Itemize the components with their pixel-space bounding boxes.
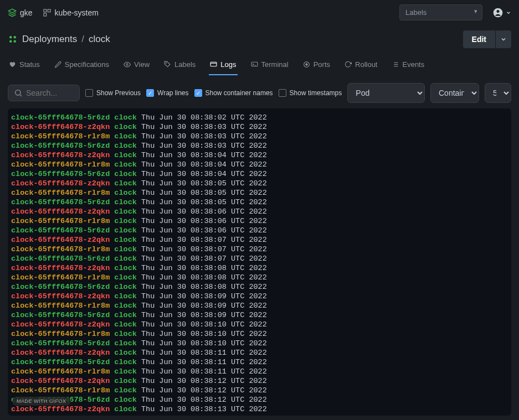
tab-label: Labels [174, 60, 196, 69]
log-line: clock-65fff64678-5r6zd clock Thu Jun 30 … [11, 310, 508, 320]
log-line: clock-65fff64678-z2qkn clock Thu Jun 30 … [11, 235, 508, 245]
svg-point-9 [14, 40, 17, 43]
cluster-name: gke [20, 8, 33, 17]
checkbox-label: Wrap lines [157, 89, 188, 97]
tab-ports[interactable]: Ports [302, 56, 331, 75]
tabs: StatusSpecificationsViewLabelsLogsTermin… [0, 56, 519, 75]
namespace-context[interactable]: kube-system [43, 8, 99, 17]
svg-marker-0 [8, 9, 16, 13]
tab-label: Rollout [355, 60, 377, 69]
svg-point-8 [9, 40, 12, 43]
breadcrumb-current: clock [89, 34, 110, 45]
tab-status[interactable]: Status [8, 56, 41, 75]
ports-icon [303, 61, 310, 68]
log-line: clock-65fff64678-z2qkn clock Thu Jun 30 … [11, 151, 508, 160]
svg-rect-1 [44, 9, 47, 12]
log-line: clock-65fff64678-5r6zd clock Thu Jun 30 … [11, 282, 508, 292]
tab-events[interactable]: Events [390, 56, 425, 75]
log-line: clock-65fff64678-z2qkn clock Thu Jun 30 … [11, 263, 508, 273]
tab-label: Status [19, 60, 40, 69]
layers-icon [8, 8, 17, 17]
watermark: MADE WITH GIFOX [12, 397, 71, 406]
show-container-names-checkbox[interactable]: ✓ Show container names [194, 89, 273, 97]
chevron-down-icon [506, 10, 511, 15]
namespace-name: kube-system [55, 8, 99, 17]
svg-point-16 [305, 63, 307, 65]
labels-placeholder: Labels [405, 8, 426, 17]
pod-select[interactable]: Pod [347, 83, 425, 103]
search-input[interactable] [26, 89, 74, 97]
search-icon [14, 89, 23, 97]
tab-label: Specifications [65, 60, 109, 69]
svg-rect-12 [210, 62, 217, 66]
breadcrumb-section[interactable]: Deployments [22, 34, 77, 45]
breadcrumb-row: Deployments / clock Edit [0, 25, 519, 56]
search-box[interactable] [8, 85, 80, 101]
log-line: clock-65fff64678-5r6zd clock Thu Jun 30 … [11, 339, 508, 348]
terminal-icon [251, 61, 258, 68]
log-line: clock-65fff64678-z2qkn clock Thu Jun 30 … [11, 348, 508, 357]
checkbox-box [279, 89, 286, 97]
svg-rect-2 [48, 9, 50, 12]
show-timestamps-checkbox[interactable]: Show timestamps [279, 89, 342, 97]
log-line: clock-65fff64678-rlr8m clock Thu Jun 30 … [11, 329, 508, 339]
tab-labels[interactable]: Labels [163, 56, 197, 75]
user-menu[interactable] [492, 7, 511, 18]
log-line: clock-65fff64678-rlr8m clock Thu Jun 30 … [11, 160, 508, 169]
log-line: clock-65fff64678-rlr8m clock Thu Jun 30 … [11, 273, 508, 282]
log-line: clock-65fff64678-5r6zd clock Thu Jun 30 … [11, 169, 508, 179]
breadcrumb: Deployments / clock [8, 34, 110, 45]
tab-view[interactable]: View [122, 56, 151, 75]
container-select[interactable]: Container [430, 83, 479, 103]
view-icon [124, 61, 131, 68]
log-line: clock-65fff64678-rlr8m clock Thu Jun 30 … [11, 188, 508, 198]
edit-dropdown-toggle[interactable] [495, 30, 511, 48]
checkbox-box: ✓ [146, 89, 154, 97]
log-line: clock-65fff64678-z2qkn clock Thu Jun 30 … [11, 376, 508, 386]
refresh-interval-select[interactable]: 5s [485, 83, 511, 103]
deployments-icon [8, 34, 18, 44]
log-pane[interactable]: clock-65fff64678-5r6zd clock Thu Jun 30 … [8, 108, 511, 416]
checkbox-label: Show Previous [96, 89, 141, 97]
tab-rollout[interactable]: Rollout [343, 56, 378, 75]
log-line: clock-65fff64678-5r6zd clock Thu Jun 30 … [11, 198, 508, 207]
checkbox-label: Show container names [205, 89, 273, 97]
log-line: clock-65fff64678-z2qkn clock Thu Jun 30 … [11, 320, 508, 329]
checkbox-box: ✓ [194, 89, 202, 97]
tab-terminal[interactable]: Terminal [250, 56, 290, 75]
edit-button-group: Edit [463, 30, 511, 48]
checkbox-label: Show timestamps [290, 89, 342, 97]
log-line: clock-65fff64678-5r6zd clock Thu Jun 30 … [11, 226, 508, 235]
svg-point-6 [9, 36, 12, 39]
svg-line-25 [20, 95, 22, 96]
log-line: clock-65fff64678-5r6zd clock Thu Jun 30 … [11, 357, 508, 367]
logs-icon [210, 61, 217, 68]
checkbox-box [85, 89, 93, 97]
cluster-context[interactable]: gke [8, 8, 33, 17]
log-controls: Show Previous ✓ Wrap lines ✓ Show contai… [0, 75, 519, 108]
log-line: clock-65fff64678-z2qkn clock Thu Jun 30 … [11, 405, 508, 414]
breadcrumb-separator: / [81, 34, 84, 45]
wrap-lines-checkbox[interactable]: ✓ Wrap lines [146, 89, 188, 97]
svg-point-11 [166, 63, 166, 63]
topbar: gke kube-system Labels [0, 0, 519, 25]
tab-logs[interactable]: Logs [209, 56, 237, 75]
labels-filter-dropdown[interactable]: Labels [399, 4, 482, 20]
status-icon [9, 61, 16, 68]
namespace-icon [43, 8, 52, 17]
log-line: clock-65fff64678-5r6zd clock Thu Jun 30 … [11, 141, 508, 151]
show-previous-checkbox[interactable]: Show Previous [85, 89, 141, 97]
log-line: clock-65fff64678-5r6zd clock Thu Jun 30 … [11, 113, 508, 122]
events-icon [392, 61, 399, 68]
labels-icon [164, 61, 171, 68]
log-line: clock-65fff64678-rlr8m clock Thu Jun 30 … [11, 301, 508, 310]
tab-label: Logs [220, 60, 236, 69]
specifications-icon [54, 61, 61, 68]
log-line: clock-65fff64678-rlr8m clock Thu Jun 30 … [11, 132, 508, 141]
tab-specifications[interactable]: Specifications [53, 56, 110, 75]
svg-point-10 [126, 64, 128, 65]
log-line: clock-65fff64678-5r6zd clock Thu Jun 30 … [11, 254, 508, 263]
log-line: clock-65fff64678-z2qkn clock Thu Jun 30 … [11, 179, 508, 188]
edit-button[interactable]: Edit [463, 30, 495, 48]
tab-label: Ports [314, 60, 330, 69]
